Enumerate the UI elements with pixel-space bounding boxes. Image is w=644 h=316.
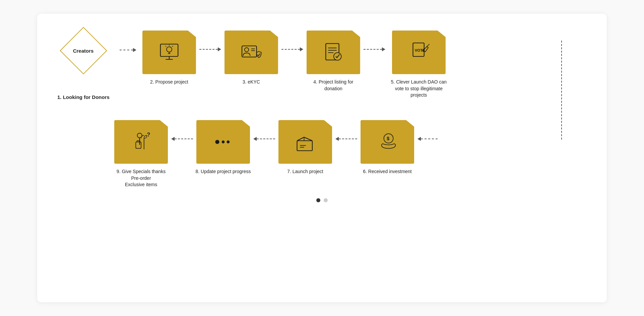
specials-icon: ?	[129, 130, 153, 154]
arrow-7-8	[253, 137, 275, 141]
dashed-line	[175, 139, 193, 139]
svg-rect-0	[160, 44, 178, 57]
svg-text:?: ?	[147, 132, 150, 138]
listing-icon	[322, 41, 345, 64]
arrow-head-icon	[218, 47, 221, 51]
arrow-3-4	[281, 47, 303, 51]
svg-point-29	[215, 140, 219, 144]
pagination	[57, 198, 587, 202]
propose-icon	[157, 41, 181, 64]
step3-wrap: 3. eKYC	[221, 31, 281, 86]
svg-line-20	[427, 44, 429, 47]
svg-text:$: $	[387, 136, 389, 141]
step7-wrap: 7. Launch project	[275, 120, 335, 175]
step8-card	[196, 120, 250, 164]
pagination-dot-1[interactable]	[316, 198, 320, 202]
step6-card: $	[361, 120, 414, 164]
arrow-6-7	[335, 137, 357, 141]
svg-point-30	[222, 141, 225, 144]
arrow-head-icon	[300, 47, 303, 51]
svg-line-8	[165, 46, 166, 47]
step5-label: 5. Clever Launch DAO can vote to stop il…	[390, 79, 447, 99]
arrow-head-left-icon	[253, 137, 257, 141]
step4-label: 4. Project listing for donation	[305, 79, 362, 92]
diagram-container: Creators 1. Looking for Donors	[37, 14, 607, 302]
step8-wrap: 8. Update project progress	[193, 120, 253, 175]
arrow-head-icon	[133, 48, 136, 52]
top-row: Creators 1. Looking for Donors	[57, 31, 587, 100]
dashed-line	[281, 49, 300, 50]
pagination-dot-2[interactable]	[324, 198, 328, 202]
step6-wrap: $ 6. Received investment	[357, 120, 417, 175]
creators-diamond: Creators	[60, 27, 107, 74]
svg-rect-9	[242, 46, 257, 57]
svg-line-7	[172, 46, 173, 47]
dashed-line	[364, 49, 382, 50]
progress-icon	[211, 130, 235, 154]
step7-card	[278, 120, 332, 164]
arrow-head-left-icon	[335, 137, 339, 141]
step4-wrap: 4. Project listing for donation	[303, 31, 364, 92]
dashed-line	[339, 139, 357, 139]
step6-label: 6. Received investment	[363, 168, 412, 175]
dashed-line	[421, 139, 438, 139]
step1-label: 1. Looking for Donors	[57, 94, 110, 100]
step3-label: 3. eKYC	[243, 79, 260, 86]
arrow-head-left-icon	[417, 137, 421, 141]
investment-icon: $	[376, 130, 399, 154]
step5-wrap: VOTE 5. Clever Launch DAO can vote to st…	[385, 31, 452, 99]
step2-wrap: 2. Propose project	[139, 31, 199, 86]
svg-point-31	[227, 141, 230, 144]
dashed-line	[257, 139, 275, 139]
svg-text:VOTE: VOTE	[415, 48, 425, 52]
step2-card	[142, 31, 196, 74]
creators-section: Creators 1. Looking for Donors	[57, 34, 110, 100]
step5-card: VOTE	[392, 31, 446, 74]
arrow-8-9	[171, 137, 193, 141]
arrow-4-5	[364, 47, 385, 51]
step3-card	[224, 31, 278, 74]
arrow-head-icon	[382, 47, 385, 51]
step8-label: 8. Update project progress	[196, 168, 251, 175]
svg-point-1	[167, 47, 172, 52]
step2-label: 2. Propose project	[150, 79, 188, 86]
launch-icon	[294, 130, 317, 154]
svg-point-10	[245, 48, 249, 52]
arrow-head-left-icon	[171, 137, 175, 141]
arrow-creators-to-2	[120, 48, 136, 52]
step4-card	[307, 31, 360, 74]
arrow-5-6	[417, 137, 438, 141]
dashed-line	[199, 49, 218, 50]
vote-icon: VOTE	[407, 41, 431, 64]
dashed-line	[120, 50, 133, 50]
arrow-2-3	[199, 47, 221, 51]
svg-rect-24	[136, 142, 141, 148]
step9-wrap: ? 9. Give Specials thanksPre-orderExclus…	[111, 120, 171, 188]
step7-label: 7. Launch project	[287, 168, 323, 175]
ekyc-icon	[240, 41, 263, 64]
step9-card: ?	[114, 120, 168, 164]
step9-label: 9. Give Specials thanksPre-orderExclusiv…	[117, 168, 166, 188]
bottom-row: ? 9. Give Specials thanksPre-orderExclus…	[111, 120, 587, 188]
creators-label: Creators	[73, 48, 94, 53]
